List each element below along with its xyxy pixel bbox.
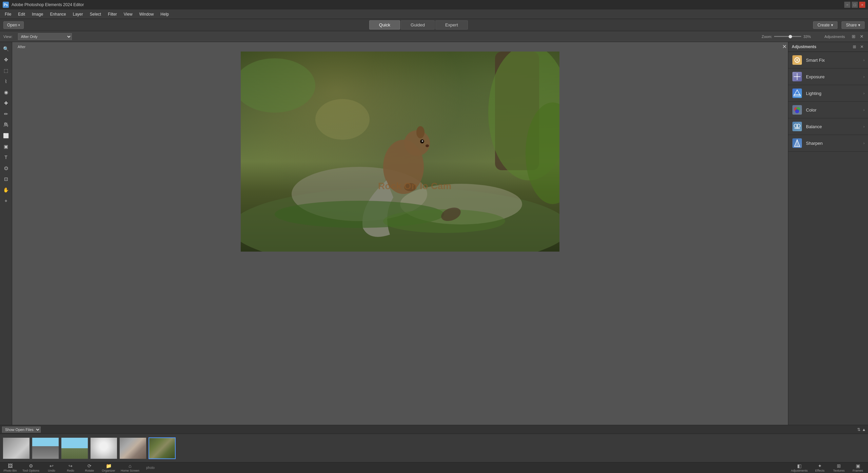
status-btn-undo[interactable]: ↩Undo [45,463,58,472]
thumb-bg-5 [120,438,146,459]
tab-quick[interactable]: Quick [369,20,400,29]
filmstrip-select[interactable]: Show Open Files [2,427,41,433]
redo-label: Redo [67,469,74,472]
view-select[interactable]: After OnlyBefore OnlyBefore & After - Ho… [18,33,72,40]
menu-item-enhance[interactable]: Enhance [46,11,69,18]
paint-bucket-tool[interactable]: ⏣ [1,163,11,173]
adj-header-close-icon[interactable]: ✕ [859,44,865,50]
status-btn-effects[interactable]: ✦Effects [813,463,827,472]
status-btn-organizer[interactable]: 📁Organizer [102,463,115,472]
menu-bar: FileEditImageEnhanceLayerSelectFilterVie… [0,9,868,19]
zoom-tool[interactable]: 🔍 [1,44,11,54]
status-btn-photo-bin[interactable]: 🖼Photo Bin [3,463,17,472]
title-left: Ps Adobe Photoshop Elements 2024 Editor [3,2,84,8]
filmstrip-thumb-6[interactable] [149,437,176,459]
tab-expert[interactable]: Expert [435,20,468,29]
maximize-button[interactable]: □ [852,2,858,8]
menu-item-select[interactable]: Select [86,11,104,18]
minimize-button[interactable]: − [844,2,850,8]
filmstrip [0,434,868,462]
menu-item-window[interactable]: Window [136,11,157,18]
adjustment-icons: ⊞ ✕ [850,34,865,40]
menu-item-filter[interactable]: Filter [104,11,120,18]
status-btn-redo[interactable]: ↪Redo [64,463,77,472]
menu-item-edit[interactable]: Edit [15,11,28,18]
frames-label: Frames [853,469,863,472]
adj-item-lighting[interactable]: Lighting› [788,85,868,102]
adjustments-header: Adjustments ⊞ ✕ [788,42,868,52]
exposure-icon [792,71,803,82]
tab-guided[interactable]: Guided [401,20,435,29]
status-btn-tool-options[interactable]: ⚙Tool Options [22,463,39,472]
thumb-bg-3 [61,438,88,459]
menu-item-image[interactable]: Image [28,11,46,18]
filmstrip-controls: ⇅ ▲ [857,427,866,432]
window-controls: − □ × [844,2,865,8]
hand-tool[interactable]: ✋ [1,185,11,195]
status-bar: 🖼Photo Bin⚙Tool Options↩Undo↪Redo⟳Rotate… [0,462,868,473]
bottom-area: Show Open Files ⇅ ▲ [0,425,868,462]
frames-icon: ▣ [856,463,860,469]
filmstrip-thumb-2[interactable] [32,437,59,459]
open-button[interactable]: Open ▾ [3,21,24,29]
filmstrip-sort-icon[interactable]: ⇅ [857,427,861,432]
heal-tool[interactable]: ✚ [1,98,11,108]
select-tool[interactable]: ⬚ [1,66,11,75]
adj-item-sharpen[interactable]: Sharpen› [788,135,868,152]
svg-rect-24 [797,73,797,80]
adj-item-color[interactable]: Color› [788,102,868,118]
close-button[interactable]: × [859,2,865,8]
type-tool[interactable]: T [1,153,11,162]
title-bar: Ps Adobe Photoshop Elements 2024 Editor … [0,0,868,9]
adj-close-icon[interactable]: ✕ [859,34,865,40]
smart-fix-label: Smart Fix [806,58,860,63]
menu-item-view[interactable]: View [120,11,136,18]
share-button[interactable]: Share ▾ [842,21,865,29]
filmstrip-thumb-4[interactable] [90,437,117,459]
sharpen-label: Sharpen [806,141,860,146]
balance-label: Balance [806,124,860,129]
color-arrow: › [863,108,865,112]
status-btn-rotate[interactable]: ⟳Rotate [83,463,96,472]
menu-item-help[interactable]: Help [157,11,172,18]
tool-options-label: Tool Options [22,469,39,472]
status-btn-frames[interactable]: ▣Frames [851,463,865,472]
close-canvas-button[interactable]: ✕ [782,43,787,50]
canvas-area: After ✕ [12,42,788,425]
add-tool[interactable]: + [1,196,11,205]
filmstrip-thumb-3[interactable] [61,437,88,459]
adj-expand-icon[interactable]: ⊞ [850,34,856,40]
crop-tool[interactable]: ⊡ [1,174,11,184]
top-right-actions: Create ▾ Share ▾ [813,21,865,29]
status-btn-adj-right[interactable]: ◧Adjustments [791,463,808,472]
clone-tool[interactable]: ⿃ [1,120,11,130]
adj-right-label: Adjustments [791,469,808,472]
gradient-tool[interactable]: ▣ [1,142,11,151]
adjustments-label: Adjustments [824,35,845,39]
create-button[interactable]: Create ▾ [813,21,837,29]
status-btn-home-screen[interactable]: ⌂Home Screen [121,463,139,472]
smart-fix-icon [792,55,803,65]
eraser-tool[interactable]: ⬜ [1,131,11,140]
filmstrip-thumb-5[interactable] [119,437,146,459]
brush-tool[interactable]: ✏ [1,109,11,119]
menu-item-layer[interactable]: Layer [70,11,86,18]
status-btn-textures[interactable]: ⊞Textures [832,463,846,472]
adj-item-balance[interactable]: Balance› [788,118,868,135]
status-right-buttons: ◧Adjustments✦Effects⊞Textures▣Frames [791,463,865,472]
adj-item-smart-fix[interactable]: Smart Fix› [788,52,868,68]
eye-tool[interactable]: ◉ [1,87,11,97]
svg-point-21 [796,59,798,61]
move-tool[interactable]: ✥ [1,55,11,64]
menu-item-file[interactable]: File [1,11,15,18]
effects-icon: ✦ [818,463,822,469]
undo-icon: ↩ [50,463,54,469]
filmstrip-expand-icon[interactable]: ▲ [862,427,866,432]
adj-item-exposure[interactable]: Exposure› [788,68,868,85]
filmstrip-thumb-1[interactable] [3,437,30,459]
adj-header-expand-icon[interactable]: ⊞ [852,44,857,50]
zoom-slider[interactable] [774,36,801,37]
lasso-tool[interactable]: ⌇ [1,77,11,86]
lighting-icon [792,88,803,99]
zoom-value: 33% [803,35,811,39]
